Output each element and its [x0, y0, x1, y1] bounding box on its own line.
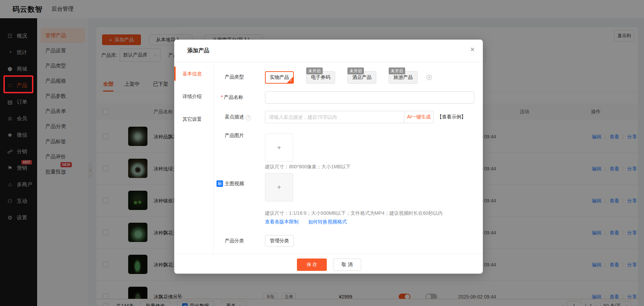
view-example-link[interactable]: 【查看示例】 — [437, 114, 466, 120]
product-type-label: 产品类型 — [225, 74, 244, 80]
convert-video-link[interactable]: 如何转换视频格式 — [308, 219, 347, 225]
required-asterisk: * — [221, 94, 223, 100]
main-video-label: 主图视频 — [225, 181, 244, 187]
save-button[interactable]: 保 存 — [297, 258, 327, 271]
not-enabled-badge: 未开启 — [347, 67, 364, 74]
ai-generate-button[interactable]: AI一键生成 — [404, 111, 434, 123]
version-limit-link[interactable]: 查看各版本限制 — [265, 219, 299, 225]
upload-plus-icon: + — [277, 144, 281, 152]
selling-point-input[interactable] — [265, 111, 404, 123]
modal-tabs: 基本信息 详情介绍 其它设置 — [174, 62, 214, 254]
tab-detail-intro[interactable]: 详情介绍 — [174, 85, 213, 108]
video-size-hint: 建议尺寸：1:1/16:9；大小500MB以下；文件格式为MP4；建议视频时长在… — [265, 210, 443, 217]
manage-category-button[interactable]: 管理分类 — [265, 235, 294, 247]
product-category-label: 产品分类 — [225, 238, 244, 244]
cancel-button[interactable]: 取 消 — [333, 258, 361, 271]
check-icon: ✓ — [290, 78, 293, 83]
type-option-hotel[interactable]: 未开启 酒店产品 — [347, 71, 376, 84]
label-text: 产品名称 — [224, 94, 243, 100]
upload-plus-icon: + — [277, 183, 281, 191]
product-name-input[interactable] — [265, 91, 474, 104]
not-enabled-badge: 未开启 — [306, 67, 323, 74]
video-tag-badge: 标 — [216, 180, 223, 187]
type-label: 实物产品 — [270, 74, 289, 81]
type-label: 酒店产品 — [352, 74, 371, 81]
image-size-hint: 建议尺寸：800*800像素；大小1MB以下 — [265, 164, 351, 170]
help-icon[interactable]: ? — [246, 115, 251, 120]
modal-form: 产品类型 实物产品 ✓ 未开启 电子券码 未开启 酒店产品 未开启 旅游产品 — [214, 62, 483, 254]
image-upload-box[interactable]: + — [265, 134, 293, 162]
tab-basic-info[interactable]: 基本信息 — [174, 62, 213, 85]
tab-other-settings[interactable]: 其它设置 — [174, 108, 213, 130]
label-text: 卖点描述 — [225, 114, 244, 119]
selling-point-group: AI一键生成 — [265, 111, 434, 123]
product-image-label: 产品图片 — [225, 133, 244, 139]
modal-footer: 保 存 取 消 — [174, 254, 483, 274]
type-label: 电子券码 — [311, 74, 330, 81]
type-option-evoucher[interactable]: 未开启 电子券码 — [306, 71, 335, 84]
product-name-label: *产品名称 — [221, 94, 243, 101]
modal-title: 添加产品 — [187, 47, 209, 54]
add-product-modal: 添加产品 × 基本信息 详情介绍 其它设置 产品类型 实物产品 ✓ 未开启 电子… — [174, 40, 483, 274]
modal-header: 添加产品 — [174, 40, 483, 62]
video-upload-box[interactable]: + — [265, 173, 293, 201]
type-option-travel[interactable]: 未开启 旅游产品 — [389, 71, 418, 84]
close-icon[interactable]: × — [470, 46, 475, 53]
preview-icon[interactable] — [426, 74, 432, 82]
selling-point-label: 卖点描述? — [225, 114, 251, 120]
type-label: 旅游产品 — [393, 74, 413, 81]
product-type-group: 实物产品 ✓ 未开启 电子券码 未开启 酒店产品 未开启 旅游产品 — [265, 71, 430, 84]
type-option-physical[interactable]: 实物产品 ✓ — [265, 71, 294, 84]
not-enabled-badge: 未开启 — [389, 67, 405, 74]
